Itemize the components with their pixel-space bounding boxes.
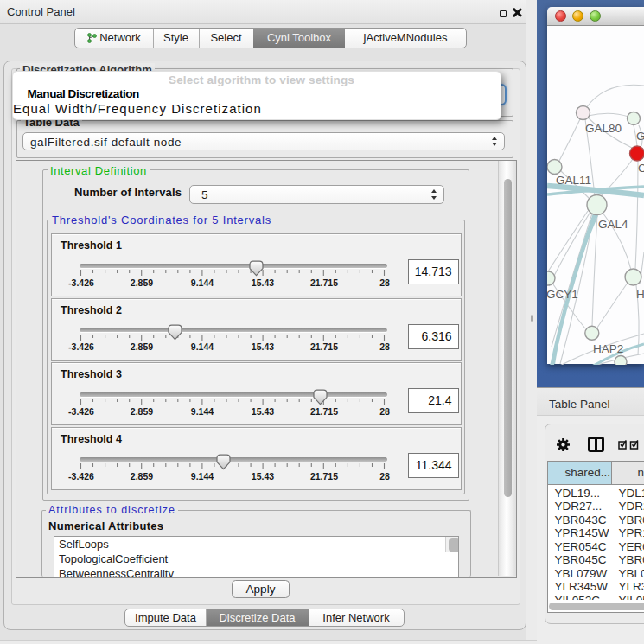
svg-text:GAL4: GAL4 [598, 218, 628, 231]
svg-text:HIS: HIS [636, 288, 644, 301]
svg-text:GA: GA [636, 130, 644, 143]
svg-text:GAL80: GAL80 [585, 122, 622, 135]
svg-text:GAL11: GAL11 [556, 174, 591, 187]
svg-text:HAP2: HAP2 [593, 342, 623, 355]
svg-text:C: C [638, 162, 644, 175]
svg-text:GCY1: GCY1 [547, 288, 578, 301]
